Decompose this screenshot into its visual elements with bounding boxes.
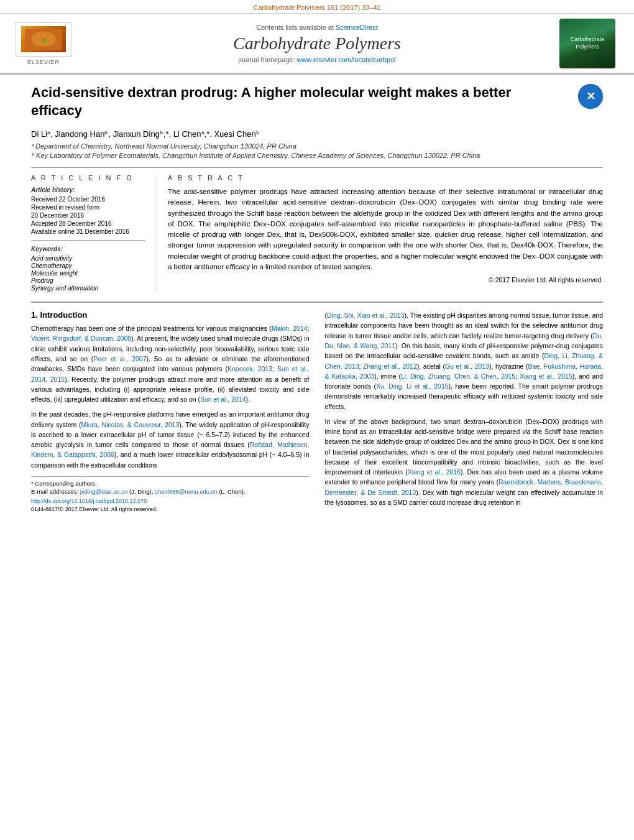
- keywords-section: Keywords: Acid-sensitivity Chemotherapy …: [31, 246, 145, 292]
- ref-li-ding[interactable]: Li, Ding, Zhuang, Chen, & Chen, 2015: [401, 372, 515, 380]
- body-section: 1. Introduction Chemotherapy has been on…: [31, 302, 603, 512]
- ref-xiang[interactable]: Xiang et al., 2015: [520, 372, 572, 380]
- issn-line: 0144-8617/© 2017 Elsevier Ltd. All right…: [31, 506, 310, 512]
- article-info-heading: A R T I C L E I N F O: [31, 174, 145, 182]
- section1-title: 1. Introduction: [31, 310, 310, 320]
- copyright-line: © 2017 Elsevier Ltd. All rights reserved…: [168, 276, 603, 284]
- abstract-text: The acid-sensitive polymer prodrugs have…: [168, 187, 603, 272]
- elsevier-logo: 🌿 ELSEVIER: [12, 22, 75, 65]
- authors-line: Di Liᵃ, Jiandong Hanᵇ, Jianxun Dingᵇ,*, …: [31, 129, 603, 139]
- email-footnote: E-mail addresses: jxding@ciac.ac.cn (J. …: [31, 487, 310, 496]
- body-para-1: Chemotherapy has been one of the princip…: [31, 323, 310, 404]
- sciencedirect-link[interactable]: ScienceDirect: [336, 24, 378, 31]
- divider: [31, 240, 145, 241]
- ref-rofstad[interactable]: Rofstad, Mathiesen, Kindem, & Galappathi…: [31, 441, 310, 458]
- article-title-section: Acid-sensitive dextran prodrug: A higher…: [31, 84, 603, 124]
- ref-peer[interactable]: Peer et al., 2007: [93, 355, 146, 362]
- journal-logo-text: Carbohydrate Polymers: [563, 36, 612, 50]
- affiliation-b: ᵇ Key Laboratory of Polymer Ecomaterials…: [31, 152, 603, 160]
- body-col-right: (Ding, Shi, Xiao et al., 2013). The exis…: [325, 310, 604, 512]
- ref-xiang2015[interactable]: Xiang et al., 2015: [408, 468, 461, 476]
- info-abstract-section: A R T I C L E I N F O Article history: R…: [31, 167, 603, 292]
- crossmark-icon: ✕: [578, 84, 603, 109]
- keyword-2: Molecular weight: [31, 270, 145, 277]
- elsevier-label: ELSEVIER: [27, 59, 60, 65]
- history-label: Article history:: [31, 187, 145, 193]
- ref-du[interactable]: Du, Du, Mao, & Wang, 2011: [325, 332, 604, 349]
- contents-line: Contents lists available at ScienceDirec…: [87, 24, 547, 31]
- received-date: Received 22 October 2016: [31, 196, 145, 203]
- footnote-section: * Corresponding authors. E-mail addresse…: [31, 476, 310, 512]
- article-info-column: A R T I C L E I N F O Article history: R…: [31, 174, 155, 292]
- doi-link[interactable]: http://dx.doi.org/10.1016/j.carbpol.2016…: [31, 498, 147, 504]
- keyword-0: Acid-sensitivity: [31, 255, 145, 262]
- keywords-label: Keywords:: [31, 246, 145, 252]
- ref-kopecek[interactable]: Kopecek, 2013: [227, 365, 272, 372]
- journal-header: 🌿 ELSEVIER Contents lists available at S…: [0, 14, 634, 75]
- abstract-heading: A B S T R A C T: [168, 174, 603, 182]
- ref-xu-ding[interactable]: Xu, Ding, Li et al., 2015: [376, 382, 449, 390]
- logo-inner: 🌿: [21, 26, 66, 52]
- keyword-4: Synergy and attenuation: [31, 285, 145, 292]
- email2-link[interactable]: chenl686@nenu.edu.cn: [155, 488, 218, 495]
- body-para-right-1: (Ding, Shi, Xiao et al., 2013). The exis…: [325, 310, 604, 412]
- revised-label: Received in revised form: [31, 204, 145, 211]
- ref-vicent[interactable]: Vicent, Ringsdorf, & Duncan, 2009: [31, 335, 131, 342]
- corresponding-footnote: * Corresponding authors.: [31, 479, 310, 487]
- journal-center: Contents lists available at ScienceDirec…: [75, 24, 559, 63]
- keyword-1: Chemotherapy: [31, 262, 145, 269]
- svg-text:🌿: 🌿: [41, 37, 47, 43]
- body-para-2: In the past decades, the pH-responsive p…: [31, 409, 310, 470]
- article-content: Acid-sensitive dextran prodrug: A higher…: [0, 75, 634, 525]
- ref-sun-et-al[interactable]: Sun et al., 2014: [200, 395, 246, 403]
- journal-homepage-link[interactable]: www.elsevier.com/locate/carbpol: [297, 56, 396, 63]
- body-para-right-2: In view of the above background, two sma…: [325, 417, 604, 507]
- affiliation-a: ᵃ Department of Chemistry, Northeast Nor…: [31, 142, 603, 150]
- affiliations: ᵃ Department of Chemistry, Northeast Nor…: [31, 142, 603, 160]
- body-col-left: 1. Introduction Chemotherapy has been on…: [31, 310, 310, 512]
- revised-date: 20 December 2016: [31, 212, 145, 219]
- homepage-line: journal homepage: www.elsevier.com/locat…: [87, 56, 547, 63]
- keyword-3: Prodrug: [31, 277, 145, 284]
- page: Carbohydrate Polymers 161 (2017) 33–41 🌿…: [0, 0, 634, 840]
- citation-text: Carbohydrate Polymers 161 (2017) 33–41: [253, 4, 380, 11]
- accepted-date: Accepted 28 December 2016: [31, 220, 145, 227]
- abstract-column: A B S T R A C T The acid-sensitive polym…: [168, 174, 603, 292]
- email1-link[interactable]: jxding@ciac.ac.cn: [80, 488, 128, 495]
- logo-box: 🌿: [16, 22, 71, 57]
- doi-line: http://dx.doi.org/10.1016/j.carbpol.2016…: [31, 498, 310, 504]
- svg-text:✕: ✕: [586, 90, 595, 103]
- ref-raemdonck[interactable]: Raemdonck, Martens, Braeckmans, Demeeste…: [325, 478, 604, 496]
- body-two-col: 1. Introduction Chemotherapy has been on…: [31, 310, 603, 512]
- crossmark-badge[interactable]: ✕: [578, 84, 603, 109]
- ref-miura[interactable]: Miura, Nicolas, & Couvreur, 2013: [81, 421, 180, 428]
- ref-gu[interactable]: Gu et al., 2013: [445, 362, 489, 370]
- ref-zhang2012[interactable]: Zhang et al., 2012: [363, 362, 417, 370]
- journal-citation: Carbohydrate Polymers 161 (2017) 33–41: [0, 0, 634, 14]
- article-title: Acid-sensitive dextran prodrug: A higher…: [31, 84, 578, 119]
- journal-logo-right: Carbohydrate Polymers: [559, 19, 615, 68]
- ref-makin[interactable]: Makin, 2014: [272, 325, 308, 332]
- available-date: Available online 31 December 2016: [31, 228, 145, 235]
- ref-ding2013[interactable]: Ding, Shi, Xiao et al., 2013: [327, 312, 405, 319]
- journal-title-header: Carbohydrate Polymers: [87, 34, 547, 53]
